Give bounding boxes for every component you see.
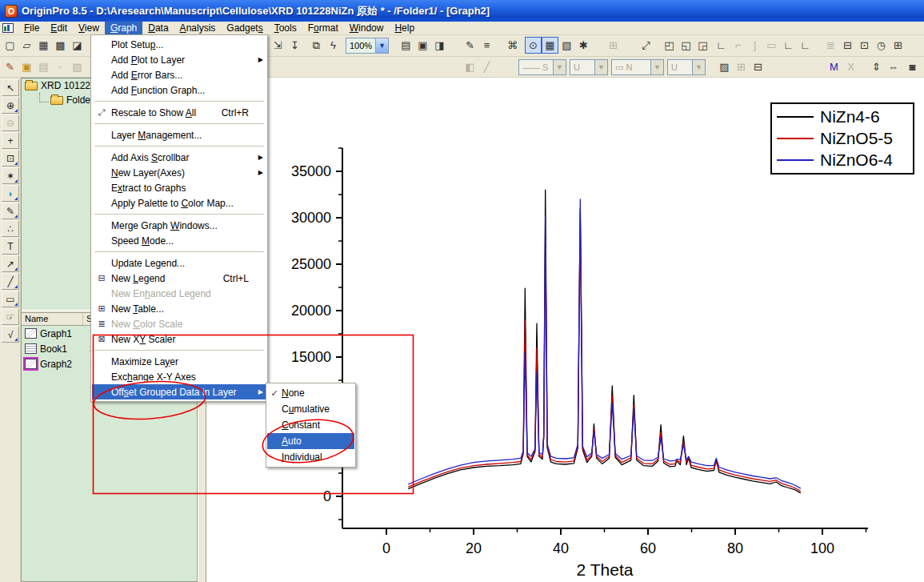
region-reader-tool[interactable]: ⊡ xyxy=(2,150,19,167)
data-selector-tool[interactable]: ✶ xyxy=(2,167,19,184)
pan-tool[interactable]: ☞ xyxy=(2,308,19,325)
menu-item-new-layer-axes[interactable]: New Layer(Axes)▶ xyxy=(92,165,266,180)
menu-item-new-legend[interactable]: ⊟New LegendCtrl+L xyxy=(92,271,266,286)
new-table-button[interactable]: ⊞ xyxy=(890,37,906,54)
new-legend-button[interactable]: ⊟ xyxy=(839,37,856,54)
menubar-item-graph[interactable]: Graph xyxy=(105,22,142,34)
import-single-button[interactable]: ↧ xyxy=(286,37,303,54)
duplicate-window-button[interactable]: ⧉ xyxy=(308,37,325,54)
list-column-name[interactable]: Name xyxy=(22,313,83,325)
project-explorer-button[interactable]: ⌘ xyxy=(504,37,521,54)
series-nizno6-4[interactable] xyxy=(408,199,801,488)
menubar-item-file[interactable]: File xyxy=(18,22,45,34)
new-workbook-button[interactable]: ▦ xyxy=(35,37,52,54)
menubar-item-data[interactable]: Data xyxy=(142,22,174,34)
rectangle-tool[interactable]: ▭ xyxy=(2,291,19,307)
gears-button[interactable]: ✱ xyxy=(575,37,592,54)
edit-table-button[interactable]: ▧ xyxy=(558,37,575,54)
menu-item-maximize-layer[interactable]: Maximize Layer xyxy=(92,354,266,369)
pointer-tool[interactable]: ↖ xyxy=(2,79,19,96)
layer-layout-4-button[interactable]: ◱ xyxy=(678,37,694,54)
print-button[interactable]: ▤ xyxy=(398,37,414,54)
legend-label: NiZn4-6 xyxy=(820,107,880,126)
layer-layout-4b-button[interactable]: ◲ xyxy=(694,37,711,54)
series-nizno5-5[interactable] xyxy=(408,214,801,491)
print-preview-button[interactable]: ▣ xyxy=(414,37,431,54)
mask-tool[interactable]: ◗ xyxy=(2,185,19,202)
dual-panel-button[interactable]: ≡ xyxy=(478,37,495,54)
template-library-button[interactable]: ▣ xyxy=(18,58,35,75)
new-matrix-button[interactable]: ▩ xyxy=(52,37,69,54)
v-spacing-button[interactable]: ⇕ xyxy=(868,58,885,75)
submenu-item-none[interactable]: ✓None xyxy=(267,385,354,401)
submenu-item-auto[interactable]: Auto xyxy=(267,433,354,449)
workspace-grid-button[interactable]: ▦ xyxy=(542,37,558,54)
rescale-axes-button[interactable]: ⤢ xyxy=(638,37,654,54)
menubar-item-view[interactable]: View xyxy=(73,22,105,34)
menubar-item-help[interactable]: Help xyxy=(389,22,420,34)
menubar-item-format[interactable]: Format xyxy=(302,22,344,34)
x-tick-label: 80 xyxy=(727,540,743,556)
menu-item-add-plot-to-layer[interactable]: Add Plot to Layer▶ xyxy=(92,52,266,67)
menu-item-layer-management[interactable]: Layer Management... xyxy=(92,127,266,142)
open-project-button[interactable]: ▱ xyxy=(18,37,35,54)
menubar-item-window[interactable]: Window xyxy=(344,22,390,34)
draw-tool-button[interactable]: ✎ xyxy=(2,58,18,75)
text-tool[interactable]: T xyxy=(2,238,19,255)
submenu-item-constant[interactable]: Constant xyxy=(267,417,354,433)
menu-item-add-error-bars[interactable]: Add Error Bars... xyxy=(92,67,266,82)
hatch-pattern-button[interactable]: ▨ xyxy=(716,58,733,75)
axis-ticks-out-button[interactable]: ∟ xyxy=(797,37,814,54)
menu-item-offset-grouped-data-in-layer[interactable]: Offset Grouped Data in Layer▶ xyxy=(92,384,266,399)
menu-separator xyxy=(94,123,264,124)
date-time-button[interactable]: ◷ xyxy=(873,37,890,54)
equation-tool[interactable]: √ xyxy=(2,326,19,343)
menu-item-update-legend[interactable]: Update Legend... xyxy=(92,255,266,271)
menu-item-plot-setup[interactable]: Plot Setup... xyxy=(92,37,266,52)
graph-window-icon[interactable] xyxy=(2,23,14,33)
menubar-item-gadgets[interactable]: Gadgets xyxy=(221,22,268,34)
edit-pencil-button[interactable]: ✎ xyxy=(462,37,478,54)
import-wizard-button[interactable]: ⇲ xyxy=(270,37,286,54)
menu-item-merge-graph-windows[interactable]: Merge Graph Windows... xyxy=(92,218,266,233)
menu-item-add-function-graph[interactable]: Add Function Graph... xyxy=(92,82,266,98)
axis-ticks-in-button[interactable]: ∟ xyxy=(780,37,797,54)
menu-item-new-xy-scaler[interactable]: ⊠New XY Scaler xyxy=(92,331,266,347)
line-style-combo: —— S▼ xyxy=(518,59,566,75)
toolbar-group: ⧉ϟ xyxy=(308,37,342,54)
submenu-item-individual[interactable]: Individual xyxy=(267,449,354,465)
menu-item-apply-palette-to-color-map[interactable]: Apply Palette to Color Map... xyxy=(92,195,266,211)
dots-tool[interactable]: ∴ xyxy=(2,220,19,237)
legend-bar-button[interactable]: ⊡ xyxy=(856,37,873,54)
zoom-in-tool[interactable]: ⊕ xyxy=(2,97,19,114)
screen-reader-tool[interactable]: + xyxy=(2,132,19,149)
menu-item-extract-to-graphs[interactable]: Extract to Graphs xyxy=(92,180,266,195)
chart-legend[interactable]: NiZn4-6NiZnO5-5NiZnO6-4 xyxy=(770,102,914,175)
submenu-item-cumulative[interactable]: Cumulative xyxy=(267,401,354,417)
results-log-button[interactable]: ⊙ xyxy=(525,37,542,54)
export-graph-button[interactable]: ◨ xyxy=(431,37,448,54)
dark-tool-button[interactable]: ◙ xyxy=(904,58,921,75)
menu-item-rescale-to-show-all[interactable]: ⤢Rescale to Show AllCtrl+R xyxy=(92,105,266,120)
layer-layout-1-button[interactable]: ◰ xyxy=(661,37,678,54)
line-tool[interactable]: ╱ xyxy=(2,273,19,290)
draw-data-tool[interactable]: ✎ xyxy=(2,203,19,219)
menubar-item-analysis[interactable]: Analysis xyxy=(174,22,222,34)
rerun-analysis-button[interactable]: ϟ xyxy=(325,37,342,54)
menubar-item-edit[interactable]: Edit xyxy=(45,22,73,34)
new-project-button[interactable]: ▢ xyxy=(2,37,18,54)
menu-item-add-axis-scrollbar[interactable]: Add Axis Scrollbar▶ xyxy=(92,150,266,165)
menu-item-speed-mode[interactable]: Speed Mode... xyxy=(92,233,266,248)
axis-left-bottom-button[interactable]: ∟ xyxy=(713,37,730,54)
arrow-tool[interactable]: ↗ xyxy=(2,255,19,272)
menu-item-new-table[interactable]: ⊞New Table... xyxy=(92,301,266,316)
series-nizn4-6[interactable] xyxy=(408,190,801,493)
master-items-button[interactable]: M xyxy=(826,58,842,75)
merge-cells-button[interactable]: ⊟ xyxy=(750,58,766,75)
chevron-down-icon[interactable]: ▼ xyxy=(375,38,388,53)
new-graph-button[interactable]: ◪ xyxy=(69,37,86,54)
menubar-item-tools[interactable]: Tools xyxy=(269,22,302,34)
h-spacing-button[interactable]: ⇔ xyxy=(885,58,902,75)
menu-item-exchange-x-y-axes[interactable]: Exchange X-Y Axes xyxy=(92,369,266,384)
zoom-level-combo[interactable]: 100%▼ xyxy=(346,38,389,54)
